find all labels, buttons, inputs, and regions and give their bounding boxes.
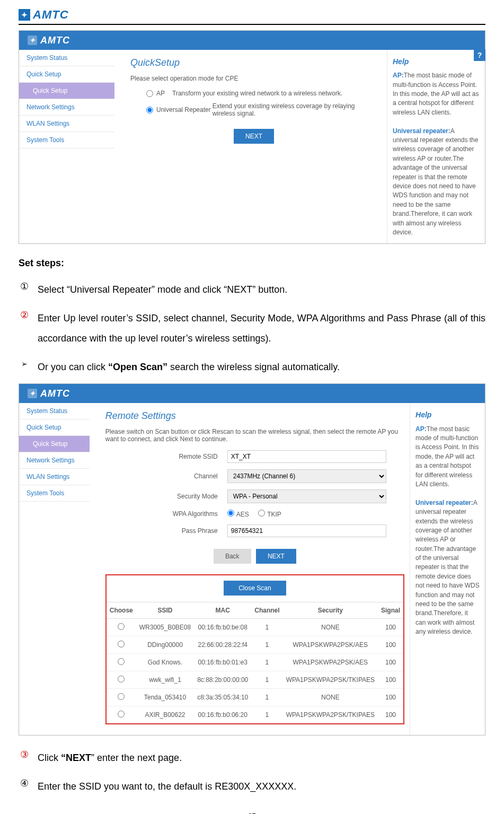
help-icon[interactable]: ? [474, 49, 485, 61]
help-ur-label: Universal repeater: [393, 127, 450, 135]
app-banner: ✦ AMTC [19, 384, 485, 403]
label-pass-phrase: Pass Phrase [137, 527, 227, 535]
col-signal: Signal [378, 602, 403, 619]
row-choose-radio[interactable] [118, 658, 125, 665]
cell-mac: 00:16:fb:b0:be:08 [194, 619, 251, 636]
brand-icon: ✦ [28, 36, 37, 45]
next-button[interactable]: NEXT [256, 549, 296, 564]
cell-mac: c8:3a:35:05:34:10 [194, 689, 251, 706]
sidebar-item-network-settings[interactable]: Network Settings [19, 99, 114, 116]
select-channel[interactable]: 2437MHz (Channel 6) [227, 469, 386, 483]
help-ap-label: AP: [415, 425, 427, 433]
table-row: WR3005_B0BE0800:16:fb:b0:be:081NONE100 [107, 619, 403, 636]
or-pre: Or you can click [38, 362, 108, 372]
close-scan-button[interactable]: Close Scan [224, 581, 286, 596]
page-title: Remote Settings [105, 410, 404, 422]
sidebar-item-system-tools[interactable]: System Tools [19, 132, 114, 148]
cell-ssid: Tenda_053410 [136, 689, 194, 706]
sidebar-item-wlan-settings[interactable]: WLAN Settings [19, 469, 90, 485]
table-row: God Knows.00:16:fb:b0:01:e31WPA1PSKWPA2P… [107, 654, 403, 671]
next-button[interactable]: NEXT [234, 129, 274, 144]
sidebar-item-system-status[interactable]: System Status [19, 403, 90, 419]
cell-signal: 100 [378, 706, 403, 724]
label-tkip: TKIP [267, 511, 281, 518]
col-mac: MAC [194, 602, 251, 619]
cell-mac: 00:16:fb:b0:01:e3 [194, 654, 251, 671]
step-4-text: Enter the SSID you want to, the default … [38, 777, 296, 797]
cell-security: WPA1PSKWPA2PSK/AES [283, 654, 378, 671]
sidebar-item-network-settings[interactable]: Network Settings [19, 452, 90, 469]
step-marker-1: ① [19, 277, 30, 297]
row-choose-radio[interactable] [118, 693, 125, 700]
label-channel: Channel [137, 472, 227, 480]
cell-signal: 100 [378, 671, 403, 689]
sidebar: System Status Quick Setup Quick Setup Ne… [19, 50, 114, 243]
help-ur-body: A universal repeater extends the wireles… [393, 127, 478, 236]
step-marker-2: ② [19, 305, 30, 326]
cell-signal: 100 [378, 636, 403, 654]
row-choose-radio[interactable] [118, 623, 125, 630]
help-title: Help [415, 409, 480, 420]
cell-ssid: wwk_wifi_1 [136, 671, 194, 689]
radio-aes[interactable] [227, 510, 234, 517]
select-security-mode[interactable]: WPA - Personal [227, 489, 386, 503]
col-choose: Choose [107, 602, 136, 619]
cell-security: WPA1PSKWPA2PSK/TKIPAES [283, 671, 378, 689]
sidebar-item-system-status[interactable]: System Status [19, 50, 114, 66]
input-pass-phrase[interactable] [227, 524, 386, 537]
or-open-scan-text: Or you can click “Open Scan” search the … [38, 357, 340, 378]
table-row: DDing0000022:66:00:28:22:f41WPA1PSKWPA2P… [107, 636, 403, 654]
radio-ap-desc: Transform your existing wired network to… [172, 90, 342, 97]
cell-ssid: AXIR_B00622 [136, 706, 194, 724]
sidebar-item-quick-setup[interactable]: Quick Setup [19, 419, 90, 436]
row-choose-radio[interactable] [118, 676, 125, 682]
cell-channel: 1 [251, 619, 282, 636]
help-pane: ? Help AP:The most basic mode of multi-f… [387, 50, 485, 243]
row-choose-radio[interactable] [118, 641, 125, 647]
radio-universal-repeater[interactable] [146, 107, 153, 113]
cell-ssid: DDing00000 [136, 636, 194, 654]
page-title: QuickSetup [130, 57, 377, 68]
radio-tkip[interactable] [258, 510, 265, 517]
label-wpa-algorithms: WPA Algorithms [137, 510, 227, 518]
radio-ap[interactable] [146, 90, 153, 97]
app-banner: ✦ AMTC [19, 31, 485, 50]
input-remote-ssid[interactable] [227, 450, 386, 463]
brand-text: AMTC [33, 8, 69, 22]
help-ur-label: Universal repeater: [415, 499, 473, 506]
cell-security: NONE [283, 689, 378, 706]
step-marker-3: ③ [19, 745, 30, 765]
row-choose-radio[interactable] [118, 711, 125, 717]
cell-channel: 1 [251, 689, 282, 706]
intro-text: Please select operation mode for CPE [130, 75, 377, 82]
label-remote-ssid: Remote SSID [137, 453, 227, 460]
sidebar-item-quick-setup-active[interactable]: Quick Setup [19, 436, 90, 452]
cell-channel: 1 [251, 654, 282, 671]
cell-security: WPA1PSKWPA2PSK/AES [283, 636, 378, 654]
or-post: search the wireless signal automatically… [167, 362, 340, 372]
sidebar-item-quick-setup-active[interactable]: Quick Setup [19, 83, 114, 99]
col-security: Security [283, 602, 378, 619]
step3-post: ” enter the next page. [91, 752, 182, 763]
intro-text: Please switch on Scan button or click Re… [105, 428, 404, 443]
cell-signal: 100 [378, 654, 403, 671]
help-ap-body: The most basic mode of multi-function is… [393, 72, 479, 116]
sidebar-item-system-tools[interactable]: System Tools [19, 485, 90, 502]
cell-signal: 100 [378, 619, 403, 636]
cell-channel: 1 [251, 636, 282, 654]
bullet-marker: ➢ [19, 354, 30, 373]
sidebar-item-quick-setup[interactable]: Quick Setup [19, 66, 114, 83]
back-button[interactable]: Back [214, 549, 251, 564]
content-pane: QuickSetup Please select operation mode … [114, 50, 387, 243]
scan-results-box: Close Scan Choose SSID MAC Channel Secur… [105, 574, 404, 724]
table-row: Tenda_053410c8:3a:35:05:34:101NONE100 [107, 689, 403, 706]
sidebar-item-wlan-settings[interactable]: WLAN Settings [19, 116, 114, 132]
cell-mac: 22:66:00:28:22:f4 [194, 636, 251, 654]
cell-signal: 100 [378, 689, 403, 706]
page-number: 27 [19, 812, 485, 814]
step-1-text: Select “Universal Repeater” mode and cli… [38, 280, 287, 300]
step-3-text: Click “NEXT” enter the next page. [38, 748, 182, 768]
label-security-mode: Security Mode [137, 493, 227, 500]
cell-mac: 00:16:fb:b0:06:20 [194, 706, 251, 724]
cell-channel: 1 [251, 671, 282, 689]
